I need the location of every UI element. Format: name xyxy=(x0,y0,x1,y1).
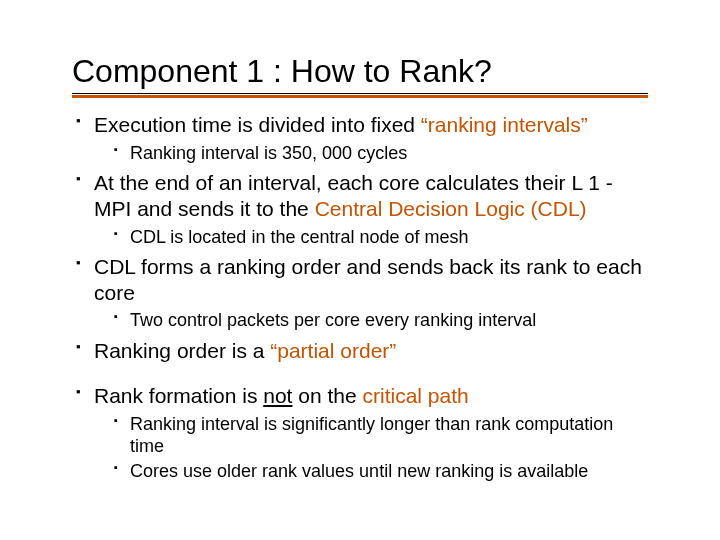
bullet-5-accent: critical path xyxy=(363,384,469,407)
bullet-5-sublist: Ranking interval is significantly longer… xyxy=(94,413,648,483)
slide-title: Component 1 : How to Rank? xyxy=(72,54,648,89)
bullet-1-sublist: Ranking interval is 350, 000 cycles xyxy=(94,142,648,165)
bullet-1-sub-1: Ranking interval is 350, 000 cycles xyxy=(94,142,648,165)
slide: Component 1 : How to Rank? Execution tim… xyxy=(0,0,720,540)
bullet-5-sub-1: Ranking interval is significantly longer… xyxy=(94,413,648,458)
bullet-5-sub-2: Cores use older rank values until new ra… xyxy=(94,460,648,483)
bullet-3-text: CDL forms a ranking order and sends back… xyxy=(94,255,642,304)
bullet-1-accent: “ranking intervals” xyxy=(421,113,588,136)
bullet-1-text: Execution time is divided into fixed xyxy=(94,113,421,136)
spacer xyxy=(72,369,648,383)
bullet-2: At the end of an interval, each core cal… xyxy=(72,170,648,248)
bullet-list: Execution time is divided into fixed “ra… xyxy=(72,112,648,482)
bullet-3-sublist: Two control packets per core every ranki… xyxy=(94,309,648,332)
bullet-2-sublist: CDL is located in the central node of me… xyxy=(94,226,648,249)
bullet-2-sub-1: CDL is located in the central node of me… xyxy=(94,226,648,249)
bullet-5-pre: Rank formation is xyxy=(94,384,263,407)
title-rule-thick xyxy=(72,95,648,98)
bullet-5: Rank formation is not on the critical pa… xyxy=(72,383,648,482)
bullet-4-accent: “partial order” xyxy=(270,339,396,362)
bullet-1: Execution time is divided into fixed “ra… xyxy=(72,112,648,164)
bullet-2-accent: Central Decision Logic (CDL) xyxy=(315,197,587,220)
bullet-5-post: on the xyxy=(292,384,362,407)
title-rule-thin xyxy=(72,93,648,94)
bullet-3: CDL forms a ranking order and sends back… xyxy=(72,254,648,332)
bullet-3-sub-1: Two control packets per core every ranki… xyxy=(94,309,648,332)
bullet-4-text: Ranking order is a xyxy=(94,339,270,362)
bullet-5-underline: not xyxy=(263,384,292,407)
bullet-4: Ranking order is a “partial order” xyxy=(72,338,648,364)
